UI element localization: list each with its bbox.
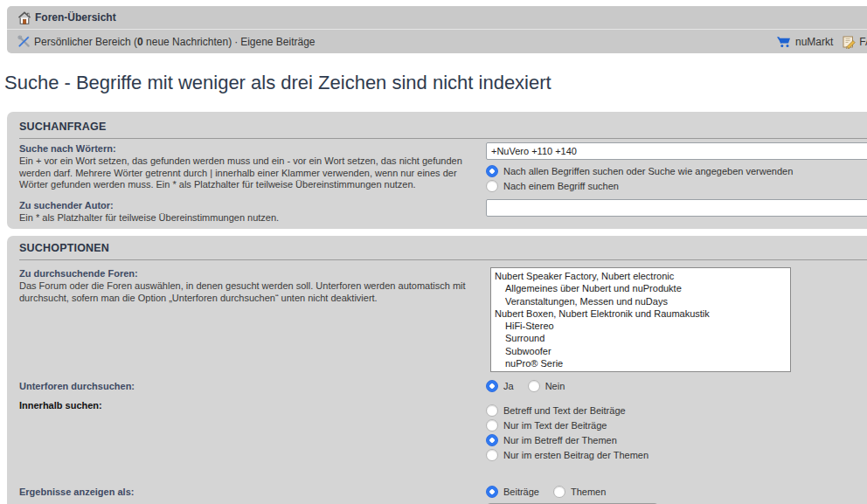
top-navigation: Foren-Übersicht Persönlicher Bereich (0 …	[7, 6, 867, 53]
forum-option[interactable]: HiFi-Stereo	[491, 320, 790, 332]
faq-icon[interactable]	[842, 35, 856, 49]
keywords-row: Suche nach Wörtern: Ein + vor ein Wort s…	[19, 142, 867, 192]
search-options-panel-header: SUCHOPTIONEN	[19, 240, 867, 260]
radio-unselected-icon[interactable]	[486, 419, 498, 432]
forums-controls: Nubert Speaker Factory, Nubert electroni…	[486, 267, 791, 372]
forum-option[interactable]: Surround	[491, 332, 790, 344]
search-within-row: Innerhalb suchen: Betreff und Text der B…	[19, 399, 867, 461]
radio-selected-icon[interactable]	[486, 486, 498, 498]
faq-link[interactable]: FAQ	[859, 36, 867, 48]
unread-count: 0	[137, 36, 143, 48]
radio-option[interactable]: Nur im ersten Beitrag der Themen	[486, 449, 649, 461]
own-posts-link[interactable]: Eigene Beiträge	[240, 36, 315, 48]
radio-unselected-icon[interactable]	[486, 404, 498, 417]
radio-option-label: Nach einem Begriff suchen	[503, 181, 619, 191]
subforums-labels: Unterforen durchsuchen:	[19, 380, 486, 392]
radio-option[interactable]: Nein	[528, 380, 565, 392]
forum-option[interactable]: Subwoofer	[491, 345, 790, 357]
search-within-controls: Betreff und Text der BeiträgeNur im Text…	[486, 399, 649, 461]
search-options-panel: SUCHOPTIONEN Zu durchsuchende Foren: Das…	[7, 236, 867, 504]
forum-option[interactable]: nuPro® Serie	[491, 357, 790, 369]
radio-option[interactable]: Ja	[486, 380, 514, 392]
personal-area-prefix: Persönlicher Bereich (	[34, 36, 137, 48]
forums-labels: Zu durchsuchende Foren: Das Forum oder d…	[19, 267, 486, 304]
author-input[interactable]	[486, 199, 867, 217]
radio-unselected-icon[interactable]	[486, 449, 498, 461]
author-labels: Zu suchender Autor: Ein * als Platzhalte…	[19, 199, 486, 224]
forum-select[interactable]: Nubert Speaker Factory, Nubert electroni…	[490, 267, 791, 372]
radio-unselected-icon[interactable]	[486, 180, 498, 192]
forums-row: Zu durchsuchende Foren: Das Forum oder d…	[19, 267, 867, 372]
radio-unselected-icon[interactable]	[553, 486, 565, 498]
radio-option-label: Nur im Betreff der Themen	[503, 435, 617, 445]
breadcrumb-link-forum-overview[interactable]: Foren-Übersicht	[35, 11, 116, 24]
page-title: Suche - Begriffe mit weniger als drei Ze…	[4, 72, 551, 94]
search-within-labels: Innerhalb suchen:	[19, 399, 486, 411]
radio-option-label: Themen	[571, 487, 606, 497]
radio-selected-icon[interactable]	[486, 434, 498, 446]
author-row: Zu suchender Autor: Ein * als Platzhalte…	[19, 199, 867, 224]
keywords-controls: Nach allen Begriffen suchen oder Suche w…	[486, 142, 867, 192]
radio-option-label: Nur im ersten Beitrag der Themen	[503, 450, 649, 460]
personal-area-link[interactable]: Persönlicher Bereich (0 neue Nachrichten…	[34, 36, 232, 48]
subforums-radio-group: JaNein	[486, 380, 565, 392]
radio-option[interactable]: Beiträge	[486, 486, 539, 498]
search-within-radio-group: Betreff und Text der BeiträgeNur im Text…	[486, 404, 649, 461]
numarkt-link[interactable]: nuMarkt	[795, 36, 833, 48]
keywords-description: Ein + vor ein Wort setzen, das gefunden …	[19, 155, 486, 191]
display-as-radio-group: BeiträgeThemen	[486, 486, 606, 498]
search-query-panel-header: SUCHANFRAGE	[19, 119, 867, 139]
radio-option[interactable]: Nur im Text der Beiträge	[486, 419, 649, 432]
radio-unselected-icon[interactable]	[528, 380, 540, 392]
forums-description: Das Forum oder die Foren auswählen, in d…	[19, 280, 486, 304]
radio-option-label: Ja	[503, 381, 514, 391]
display-as-label: Ergebnisse anzeigen als:	[19, 486, 486, 498]
keywords-label: Suche nach Wörtern:	[19, 142, 486, 155]
home-icon	[17, 11, 31, 24]
radio-selected-icon[interactable]	[486, 165, 498, 177]
separator-dot: ·	[234, 36, 238, 48]
display-as-controls: BeiträgeThemen	[486, 486, 606, 498]
subforums-controls: JaNein	[486, 380, 565, 392]
radio-option[interactable]: Nach einem Begriff suchen	[486, 180, 867, 192]
tools-icon	[17, 35, 31, 48]
radio-option-label: Beiträge	[503, 487, 539, 497]
keywords-input[interactable]	[486, 142, 867, 160]
author-description: Ein * als Platzhalter für teilweise Über…	[19, 212, 486, 224]
user-bar: Persönlicher Bereich (0 neue Nachrichten…	[7, 29, 867, 53]
forum-option[interactable]: Nubert Speaker Factory, Nubert electroni…	[491, 270, 790, 282]
radio-option-label: Nach allen Begriffen suchen oder Suche w…	[503, 166, 793, 176]
breadcrumb: Foren-Übersicht	[7, 6, 867, 29]
author-label: Zu suchender Autor:	[19, 199, 486, 211]
cart-icon[interactable]	[776, 35, 792, 48]
subforums-label: Unterforen durchsuchen:	[19, 380, 486, 392]
keyword-mode-radio-group: Nach allen Begriffen suchen oder Suche w…	[486, 165, 867, 192]
display-as-labels: Ergebnisse anzeigen als:	[19, 486, 486, 498]
radio-selected-icon[interactable]	[486, 380, 498, 392]
personal-area-suffix: neue Nachrichten)	[143, 36, 232, 48]
author-controls	[486, 199, 867, 217]
radio-option[interactable]: Betreff und Text der Beiträge	[486, 404, 649, 417]
search-query-panel: SUCHANFRAGE Suche nach Wörtern: Ein + vo…	[7, 112, 867, 229]
forum-option[interactable]: Veranstaltungen, Messen und nuDays	[491, 295, 790, 307]
radio-option-label: Nein	[545, 381, 565, 391]
forums-label: Zu durchsuchende Foren:	[19, 267, 486, 280]
search-within-label: Innerhalb suchen:	[19, 399, 486, 411]
topbar-right-links: nuMarkt FAQ	[776, 30, 867, 53]
forum-option[interactable]: Nubert Boxen, Nubert Elektronik und Raum…	[491, 307, 790, 320]
radio-option-label: Nur im Text der Beiträge	[503, 420, 607, 431]
subforums-row: Unterforen durchsuchen: JaNein	[19, 380, 867, 392]
forum-option[interactable]: Allgemeines über Nubert und nuProdukte	[491, 282, 790, 294]
display-as-row: Ergebnisse anzeigen als: BeiträgeThemen	[19, 486, 867, 498]
keywords-labels: Suche nach Wörtern: Ein + vor ein Wort s…	[19, 142, 486, 191]
radio-option-label: Betreff und Text der Beiträge	[503, 405, 626, 416]
radio-option[interactable]: Nach allen Begriffen suchen oder Suche w…	[486, 165, 867, 177]
radio-option[interactable]: Nur im Betreff der Themen	[486, 434, 649, 446]
radio-option[interactable]: Themen	[553, 486, 606, 498]
